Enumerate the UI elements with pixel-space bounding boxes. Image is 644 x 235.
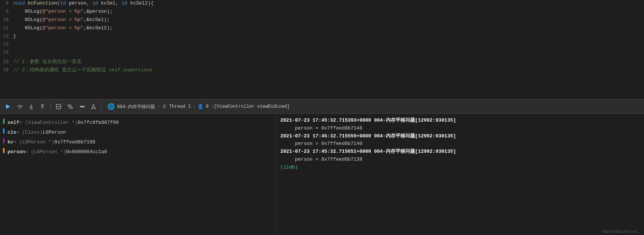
code-line: 9 NSLog(@"person = %p",&person); [0,8,644,17]
step-into-button[interactable] [26,102,36,111]
play-button[interactable] [3,102,13,111]
svg-point-9 [71,107,72,108]
variable-name: kc [8,139,14,145]
location-button[interactable] [89,102,98,111]
line-number: 12 [0,34,13,39]
connect-hardware-button[interactable] [65,102,75,111]
debug-variable: kc = (LGPerson *) 0x7ffeed8b7198 [0,136,275,146]
line-number: 9 [0,9,13,14]
console-line: 2021-07-23 17:45:32.715559+0800 004-内存平移… [280,133,639,140]
svg-point-15 [83,106,84,107]
console-line: person = 0x7ffeed8b7148 [280,125,639,133]
step-out-button[interactable] [38,102,47,111]
bottom-panels: self = (ViewController *) 0x7fc9fb007f90… [0,114,644,235]
line-number: 11 [0,26,13,31]
step-over-button[interactable] [14,102,25,111]
variable-value: LGPerson [43,130,66,135]
console-line: 2021-07-23 17:45:32.715393+0800 004-内存平移… [280,117,639,125]
code-line: 11 NSLog(@"person = %p",&kcSel2); [0,25,644,33]
console-line: (lldb) [280,164,639,172]
view-toggle-button[interactable] [54,102,63,111]
variable-value: 0x7fc9fb007f90 [78,120,119,125]
debug-variable: cls = (Class) LGPerson [0,127,275,136]
line-content: NSLog(@"person = %p",&kcSel); [13,17,110,23]
code-line: 16// 2：结构体的属性 是怎么一个压栈情况 self.superclass [0,66,644,74]
variable-type: = (LGPerson *) [25,149,66,155]
variable-name: cls [8,130,16,135]
debug-variable: person = (LGPerson *) 0x6000004cc1a0 [0,146,275,156]
debug-variable: self = (ViewController *) 0x7fc9fb007f90 [0,117,275,127]
variable-value: 0x6000004cc1a0 [66,149,107,155]
svg-line-12 [69,108,70,108]
line-number: 15 [0,59,13,65]
variable-name: person [8,149,25,155]
separator-2 [101,103,101,110]
debug-toolbar: 🌐 004-内存平移问题 ❯ ⏸ Thread 1 ❯ 👤 0 -[ViewCo… [0,99,644,114]
line-number: 16 [0,68,13,73]
line-content: // 1：参数 会从前往后一直压 [13,58,81,65]
variable-type: = (ViewController *) [19,120,78,125]
line-number: 13 [0,42,13,47]
code-line: 13 [0,41,644,50]
console-line: 2021-07-23 17:45:32.715651+0800 004-内存平移… [280,148,639,156]
variable-indicator [3,128,5,134]
line-number: 10 [0,17,13,23]
watermark: https://blog.csdn.net/... [602,229,640,233]
line-content: // 2：结构体的属性 是怎么一个压栈情况 self.superclass [13,66,153,73]
variable-indicator [3,138,5,143]
line-content: NSLog(@"person = %p",&kcSel2); [13,25,113,31]
more-options-button[interactable] [77,102,87,111]
svg-point-8 [68,105,69,106]
breadcrumb: 🌐 004-内存平移问题 ❯ ⏸ Thread 1 ❯ 👤 0 -[ViewCo… [107,103,290,110]
debug-variables-panel: self = (ViewController *) 0x7fc9fb007f90… [0,114,276,235]
console-panel: 2021-07-23 17:45:32.715393+0800 004-内存平移… [276,114,644,235]
line-number: 14 [0,50,13,55]
variable-value: 0x7ffeed8b7198 [54,139,95,145]
console-line: person = 0x7ffeed8b7140 [280,140,639,148]
svg-line-10 [69,106,72,107]
variable-name: self [8,120,19,125]
svg-point-14 [82,106,83,107]
line-content: NSLog(@"person = %p",&person); [13,9,113,14]
code-line: 14 [0,50,644,58]
variable-type: = (Class) [16,130,42,135]
breadcrumb-project[interactable]: 004-内存平移问题 [117,104,155,110]
svg-marker-16 [92,104,95,109]
line-content: void kcFunction(id person, id kcSel, id … [13,0,154,6]
line-number: 8 [0,1,13,6]
svg-line-11 [70,105,72,105]
line-content: } [13,33,16,39]
variable-type: = (LGPerson *) [14,139,54,145]
breadcrumb-thread[interactable]: Thread 1 [169,104,191,109]
svg-marker-0 [6,104,10,109]
variable-indicator [3,119,5,124]
code-line: 10 NSLog(@"person = %p",&kcSel); [0,17,644,25]
svg-point-13 [80,106,81,107]
separator-1 [50,103,51,110]
variable-indicator [3,148,5,153]
code-line: 8void kcFunction(id person, id kcSel, id… [0,0,644,8]
code-line: 12} [0,33,644,41]
breadcrumb-frame[interactable]: 0 -[ViewController viewDidLoad] [206,104,289,109]
code-editor: 8void kcFunction(id person, id kcSel, id… [0,0,644,99]
code-line: 15// 1：参数 会从前往后一直压 [0,58,644,66]
console-line: person = 0x7ffeed8b7138 [280,156,639,164]
